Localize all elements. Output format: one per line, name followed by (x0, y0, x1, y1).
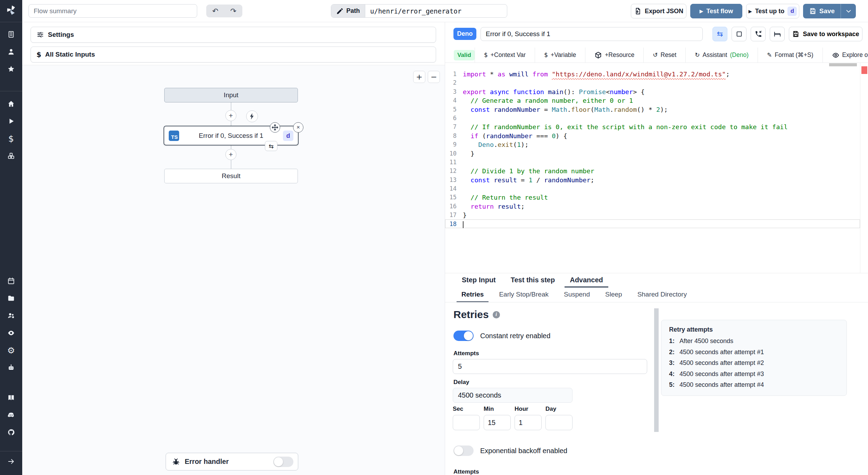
code-line-13[interactable]: 13 const result = 1 / randomNumber; (445, 175, 860, 184)
toolbar-item-variable[interactable]: $+Variable (535, 48, 585, 63)
gear-icon[interactable]: ⚙ (7, 346, 16, 355)
cubes-icon[interactable] (7, 151, 16, 160)
path-field[interactable]: Path u/henri/error_generator (331, 4, 507, 18)
windmill-logo-icon[interactable] (5, 4, 17, 16)
editor-scrollbar[interactable] (829, 63, 857, 66)
code-line-16[interactable]: 16 return result; (445, 202, 860, 210)
expand-sidebar-button[interactable] (7, 457, 16, 466)
code-line-3[interactable]: 3export async function main(): Promise<n… (445, 87, 860, 96)
undo-button[interactable]: ↶ (206, 5, 224, 17)
pencil-icon (336, 7, 344, 15)
code-editor[interactable]: 1import * as wmill from "https://deno.la… (445, 63, 868, 273)
code-line-6[interactable]: 6 (445, 114, 860, 122)
test-flow-button[interactable]: ▶ Test flow (690, 4, 742, 18)
exponential-backoff-toggle[interactable] (453, 445, 474, 456)
retry-attempt-row: 5:4500 seconds after attempt #4 (669, 381, 839, 389)
error-handler-node[interactable]: Error handler (166, 453, 298, 470)
flow-summary-input[interactable] (28, 4, 197, 18)
retry-indicator-button[interactable]: ⇆ (265, 141, 277, 151)
zoom-in-button[interactable]: + (413, 71, 425, 83)
tab-test-this-step[interactable]: Test this step (506, 273, 560, 288)
info-icon[interactable]: i (493, 311, 500, 318)
code-line-18[interactable]: 18 (445, 219, 860, 228)
code-line-7[interactable]: 7 // If randomNumber is 0, exit the scri… (445, 122, 860, 131)
redo-button[interactable]: ↷ (224, 5, 242, 17)
tab-step-input[interactable]: Step Input (457, 273, 501, 288)
save-button-group: Save (803, 4, 856, 18)
code-line-8[interactable]: 8 if (randomNumber === 0) { (445, 131, 860, 140)
constant-retry-row: Constant retry enabled (453, 331, 550, 341)
code-line-12[interactable]: 12 // Divide 1 by the random number (445, 166, 860, 175)
github-icon[interactable] (7, 428, 16, 437)
code-line-2[interactable]: 2 (445, 78, 860, 87)
test-up-to-button[interactable]: ▶ Test up to d (746, 4, 799, 18)
attempts-input[interactable] (453, 359, 647, 374)
subtab-early-stop-break[interactable]: Early Stop/Break (494, 288, 553, 302)
constant-retry-toggle[interactable] (453, 331, 474, 341)
panel-scrollbar[interactable] (654, 308, 659, 432)
move-node-handle[interactable] (270, 122, 280, 133)
zoom-out-button[interactable]: − (428, 71, 440, 83)
code-line-15[interactable]: 15 // Return the result (445, 193, 860, 201)
language-badge[interactable]: Deno (453, 28, 476, 40)
add-trigger-button[interactable] (246, 110, 258, 122)
users-gear-icon[interactable] (7, 311, 16, 320)
code-line-17[interactable]: 17} (445, 210, 860, 219)
toolbar-item-assistant[interactable]: ↻Assistant (Deno) (685, 48, 758, 63)
discord-icon[interactable] (7, 410, 16, 419)
calendar-icon[interactable] (7, 276, 16, 285)
user-icon[interactable] (7, 47, 16, 56)
save-dropdown-button[interactable] (841, 4, 856, 18)
error-handler-toggle[interactable] (273, 457, 293, 467)
day-input[interactable] (545, 415, 573, 430)
dollar-icon[interactable]: $ (7, 134, 16, 143)
step-title-input[interactable] (481, 27, 703, 41)
toolbar-item-context-var[interactable]: $+Context Var (475, 48, 535, 63)
retries-shortcut-button[interactable]: ⇆ (712, 27, 727, 41)
sec-input[interactable] (453, 415, 480, 430)
suspend-shortcut-button[interactable] (751, 27, 766, 41)
building-icon[interactable] (7, 30, 16, 39)
subtab-sleep[interactable]: Sleep (600, 288, 627, 302)
subtab-shared-directory[interactable]: Shared Directory (633, 288, 692, 302)
toolbar-item-resource[interactable]: +Resource (585, 48, 643, 63)
code-line-9[interactable]: 9 Deno.exit(1); (445, 140, 860, 149)
save-button[interactable]: Save (803, 4, 841, 18)
delete-node-button[interactable]: × (293, 122, 303, 133)
code-line-4[interactable]: 4 // Generate a random number, either 0 … (445, 96, 860, 105)
code-line-5[interactable]: 5 const randomNumber = Math.floor(Math.r… (445, 105, 860, 114)
eye-icon[interactable] (7, 328, 16, 338)
code-line-1[interactable]: 1import * as wmill from "https://deno.la… (445, 69, 860, 78)
code-line-11[interactable]: 11 (445, 158, 860, 166)
subtab-retries[interactable]: Retries (457, 288, 489, 302)
book-icon[interactable] (7, 393, 16, 402)
star-icon[interactable] (7, 65, 16, 74)
code-line-14[interactable]: 14 (445, 184, 860, 193)
hour-input[interactable] (515, 415, 542, 430)
add-step-button[interactable]: + (225, 149, 236, 160)
code-line-10[interactable]: 10 } (445, 149, 860, 158)
toolbar-item-format-s[interactable]: ✎Format (⌘+S) (758, 48, 823, 63)
home-icon[interactable] (7, 99, 16, 108)
robot-icon[interactable] (7, 363, 16, 372)
folder-icon[interactable] (7, 294, 16, 303)
play-icon[interactable] (7, 117, 16, 126)
flow-node-input[interactable]: Input (164, 88, 298, 102)
bug-icon (172, 458, 180, 466)
flow-node-result[interactable]: Result (164, 169, 298, 183)
save-to-workspace-button[interactable]: Save to workspace (789, 27, 862, 41)
toolbar-item-explore-other-s[interactable]: Explore other s (823, 48, 868, 63)
typescript-badge: TS (169, 131, 179, 141)
flow-settings-button[interactable]: Settings (31, 27, 436, 43)
add-step-button[interactable]: + (225, 110, 236, 121)
export-json-button[interactable]: Export JSON (631, 4, 686, 18)
min-input[interactable] (484, 415, 511, 430)
tab-advanced[interactable]: Advanced (565, 273, 608, 288)
subtab-suspend[interactable]: Suspend (559, 288, 595, 302)
delay-input[interactable] (453, 388, 573, 403)
early-stop-shortcut-button[interactable] (732, 27, 746, 41)
advanced-subtabs: RetriesEarly Stop/BreakSuspendSleepShare… (445, 288, 868, 302)
toolbar-item-reset[interactable]: ↺Reset (643, 48, 685, 63)
sleep-shortcut-button[interactable] (770, 27, 785, 41)
all-static-inputs-button[interactable]: $ All Static Inputs (31, 47, 436, 62)
